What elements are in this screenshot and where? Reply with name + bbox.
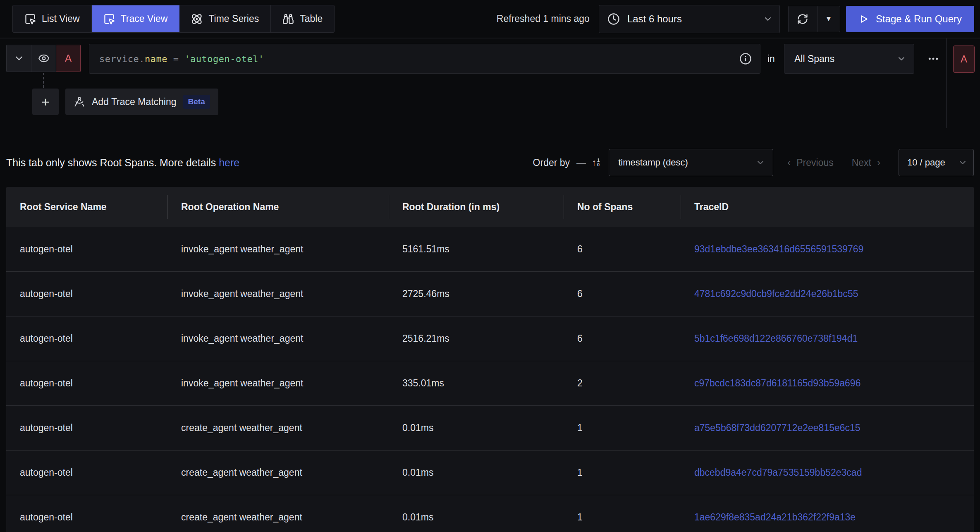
query-visibility-toggle[interactable] — [31, 45, 56, 72]
chevron-down-icon[interactable] — [763, 14, 773, 24]
query-value: 'autogen-otel' — [184, 54, 264, 64]
tab-trace-view[interactable]: Trace View — [92, 5, 180, 32]
table-row[interactable]: autogen-otel create_agent weather_agent … — [6, 405, 974, 450]
cell-traceid: 1ae629f8e835ad24a21b362f22f9a13e — [681, 512, 974, 523]
orderby-select[interactable]: timestamp (desc) — [609, 149, 773, 176]
ellipsis-icon — [927, 53, 939, 65]
trace-id-link[interactable]: c97bcdc183dc87d6181165d93b59a696 — [694, 378, 860, 388]
next-label: Next — [852, 157, 871, 168]
sort-numeric-icon[interactable]: ↑ 10 — [592, 158, 600, 168]
cell-service: autogen-otel — [6, 333, 167, 344]
cell-traceid: a75e5b68f73dd6207712e2ee815e6c15 — [681, 422, 974, 434]
cell-traceid: 5b1c1f6e698d122e866760e738f194d1 — [681, 333, 974, 344]
query-badge-a[interactable]: A — [953, 46, 975, 73]
query-operator: = — [167, 54, 184, 64]
toolbar-right: Refreshed 1 mins ago Last 6 hours ▼ — [497, 5, 974, 33]
more-details-link[interactable]: here — [219, 157, 239, 168]
column-header-operation: Root Operation Name — [167, 187, 389, 227]
in-label: in — [767, 44, 775, 74]
root-spans-table: Root Service Name Root Operation Name Ro… — [6, 187, 974, 532]
trace-id-link[interactable]: dbcebd9a4e7cd79a7535159bb52e3cad — [694, 467, 862, 478]
tab-time-series[interactable]: Time Series — [179, 5, 271, 32]
cell-service: autogen-otel — [6, 512, 167, 523]
cell-duration: 5161.51ms — [389, 244, 564, 255]
cell-operation: create_agent weather_agent — [167, 467, 389, 478]
query-collapse-button[interactable] — [6, 45, 31, 72]
list-controls: Order by — ↑ 10 timestamp (desc) ‹ Previ… — [533, 149, 974, 176]
chevron-down-icon — [755, 158, 765, 168]
query-label: A — [65, 53, 72, 64]
cell-traceid: dbcebd9a4e7cd79a7535159bb52e3cad — [681, 467, 974, 478]
cell-operation: create_agent weather_agent — [167, 422, 389, 434]
cell-operation: invoke_agent weather_agent — [167, 378, 389, 389]
query-expression-input[interactable]: service.name = 'autogen-otel' — [89, 44, 760, 74]
add-query-button[interactable]: + — [32, 89, 59, 115]
tab-list-view[interactable]: List View — [13, 5, 92, 32]
table-row[interactable]: autogen-otel invoke_agent weather_agent … — [6, 316, 974, 361]
trace-id-link[interactable]: 5b1c1f6e698d122e866760e738f194d1 — [694, 333, 858, 344]
column-header-spans: No of Spans — [564, 187, 681, 227]
page-size-value: 10 / page — [907, 157, 958, 168]
info-icon[interactable] — [739, 53, 752, 65]
cell-span-count: 1 — [564, 467, 681, 478]
query-label-chip[interactable]: A — [56, 45, 81, 72]
trace-id-link[interactable]: a75e5b68f73dd6207712e2ee815e6c15 — [694, 422, 860, 433]
next-page-button[interactable]: Next › — [852, 157, 880, 168]
add-trace-matching-button[interactable]: Add Trace Matching Beta — [65, 89, 218, 115]
tab-table[interactable]: Table — [271, 5, 334, 32]
pointer-square-icon — [103, 13, 115, 25]
cell-traceid: 93d1ebdbe3ee363416d6556591539769 — [681, 244, 974, 255]
table-row[interactable]: autogen-otel invoke_agent weather_agent … — [6, 361, 974, 405]
span-scope-select[interactable]: All Spans — [784, 44, 914, 74]
play-icon — [858, 14, 869, 24]
plus-icon: + — [41, 94, 50, 110]
time-range-picker[interactable]: Last 6 hours — [599, 5, 780, 33]
trace-id-link[interactable]: 93d1ebdbe3ee363416d6556591539769 — [694, 244, 863, 254]
query-right-rail: A — [946, 38, 980, 128]
stage-run-query-button[interactable]: Stage & Run Query — [846, 6, 974, 32]
previous-label: Previous — [796, 157, 833, 168]
cell-service: autogen-otel — [6, 467, 167, 478]
time-range-value: Last 6 hours — [627, 13, 755, 25]
table-row[interactable]: autogen-otel invoke_agent weather_agent … — [6, 271, 974, 316]
refresh-interval-dropdown[interactable]: ▼ — [817, 6, 840, 32]
column-header-duration: Root Duration (in ms) — [389, 187, 564, 227]
cell-operation: create_agent weather_agent — [167, 512, 389, 523]
trace-id-link[interactable]: 1ae629f8e835ad24a21b362f22f9a13e — [694, 512, 856, 522]
cell-duration: 2516.21ms — [389, 333, 564, 344]
cell-duration: 0.01ms — [389, 512, 564, 523]
column-header-service: Root Service Name — [6, 187, 167, 227]
query-more-options-button[interactable] — [921, 44, 945, 74]
cell-operation: invoke_agent weather_agent — [167, 333, 389, 344]
chevron-right-icon: › — [877, 157, 880, 168]
cell-operation: invoke_agent weather_agent — [167, 244, 389, 255]
cell-operation: invoke_agent weather_agent — [167, 288, 389, 300]
page-size-select[interactable]: 10 / page — [899, 149, 974, 176]
table-row[interactable]: autogen-otel invoke_agent weather_agent … — [6, 227, 974, 271]
list-toolbar: This tab only shows Root Spans. More det… — [6, 149, 974, 176]
cell-duration: 335.01ms — [389, 378, 564, 389]
trace-id-link[interactable]: 4781c692c9d0cb9fce2dd24e26b1bc55 — [694, 288, 858, 299]
orderby-label: Order by — [533, 157, 570, 168]
tab-label: Table — [300, 13, 323, 24]
refresh-icon — [797, 13, 808, 25]
refresh-button[interactable] — [789, 6, 817, 32]
run-button-label: Stage & Run Query — [876, 13, 962, 25]
cell-span-count: 6 — [564, 288, 681, 300]
orderby-dash: — — [576, 157, 586, 168]
cell-traceid: c97bcdc183dc87d6181165d93b59a696 — [681, 378, 974, 389]
cell-duration: 2725.46ms — [389, 288, 564, 300]
refresh-controls: ▼ — [788, 6, 840, 32]
span-scope-value: All Spans — [794, 53, 896, 65]
chevron-left-icon: ‹ — [787, 157, 791, 168]
atom-icon — [191, 13, 203, 25]
query-field-prefix: service. — [99, 54, 145, 64]
column-header-traceid: TraceID — [681, 187, 974, 227]
query-expression: service.name = 'autogen-otel' — [99, 54, 739, 64]
query-connector-line — [43, 73, 44, 88]
previous-page-button[interactable]: ‹ Previous — [787, 157, 833, 168]
table-row[interactable]: autogen-otel create_agent weather_agent … — [6, 450, 974, 495]
table-row[interactable]: autogen-otel create_agent weather_agent … — [6, 495, 974, 532]
query-field: name — [145, 54, 167, 64]
add-trace-matching-label: Add Trace Matching — [92, 96, 177, 108]
